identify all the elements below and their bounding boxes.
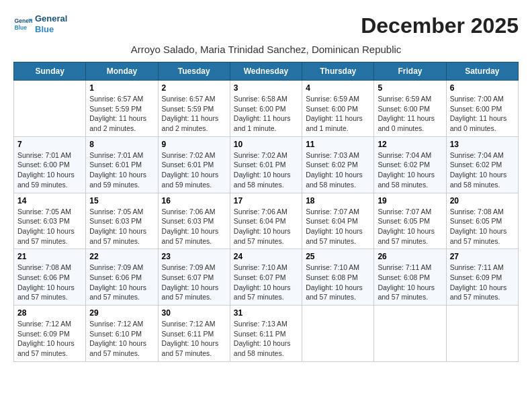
calendar-cell: 24Sunrise: 7:10 AM Sunset: 6:07 PM Dayli…	[230, 249, 302, 306]
day-number: 20	[450, 196, 515, 205]
calendar-cell: 22Sunrise: 7:09 AM Sunset: 6:06 PM Dayli…	[86, 249, 158, 306]
day-info: Sunrise: 6:58 AM Sunset: 6:00 PM Dayligh…	[234, 94, 298, 134]
svg-text:General: General	[15, 17, 32, 24]
calendar-cell: 10Sunrise: 7:02 AM Sunset: 6:01 PM Dayli…	[230, 136, 302, 193]
day-info: Sunrise: 7:02 AM Sunset: 6:01 PM Dayligh…	[234, 150, 298, 190]
svg-text:Blue: Blue	[15, 24, 28, 30]
day-info: Sunrise: 7:04 AM Sunset: 6:02 PM Dayligh…	[378, 150, 442, 190]
day-info: Sunrise: 7:06 AM Sunset: 6:04 PM Dayligh…	[234, 207, 298, 246]
calendar-cell: 19Sunrise: 7:07 AM Sunset: 6:05 PM Dayli…	[374, 193, 446, 249]
col-header-tuesday: Tuesday	[158, 62, 230, 81]
calendar-cell: 16Sunrise: 7:06 AM Sunset: 6:03 PM Dayli…	[158, 193, 230, 249]
calendar-cell: 15Sunrise: 7:05 AM Sunset: 6:03 PM Dayli…	[86, 193, 158, 249]
page-title: December 2025	[361, 13, 519, 38]
day-number: 23	[162, 252, 226, 261]
logo-blue: Blue	[35, 24, 67, 35]
day-info: Sunrise: 7:09 AM Sunset: 6:07 PM Dayligh…	[162, 263, 226, 302]
calendar-cell	[302, 306, 374, 362]
day-number: 31	[234, 308, 298, 318]
calendar-cell: 28Sunrise: 7:12 AM Sunset: 6:09 PM Dayli…	[14, 306, 86, 362]
calendar-cell: 31Sunrise: 7:13 AM Sunset: 6:11 PM Dayli…	[230, 306, 302, 362]
day-info: Sunrise: 7:11 AM Sunset: 6:08 PM Dayligh…	[378, 263, 442, 302]
day-info: Sunrise: 7:02 AM Sunset: 6:01 PM Dayligh…	[162, 150, 226, 190]
day-number: 30	[162, 308, 226, 318]
day-number: 3	[234, 83, 298, 93]
day-number: 10	[234, 140, 298, 149]
day-info: Sunrise: 7:11 AM Sunset: 6:09 PM Dayligh…	[450, 263, 515, 302]
calendar-week-4: 21Sunrise: 7:08 AM Sunset: 6:06 PM Dayli…	[14, 249, 519, 306]
day-number: 22	[89, 252, 154, 261]
day-info: Sunrise: 6:57 AM Sunset: 5:59 PM Dayligh…	[162, 94, 226, 134]
calendar-cell: 21Sunrise: 7:08 AM Sunset: 6:06 PM Dayli…	[14, 249, 86, 306]
calendar-cell: 6Sunrise: 7:00 AM Sunset: 6:00 PM Daylig…	[446, 81, 518, 137]
col-header-monday: Monday	[86, 62, 158, 81]
calendar-cell: 4Sunrise: 6:59 AM Sunset: 6:00 PM Daylig…	[302, 81, 374, 137]
calendar-cell: 11Sunrise: 7:03 AM Sunset: 6:02 PM Dayli…	[302, 136, 374, 193]
col-header-wednesday: Wednesday	[230, 62, 302, 81]
day-number: 2	[162, 83, 226, 93]
day-info: Sunrise: 7:07 AM Sunset: 6:05 PM Dayligh…	[378, 207, 442, 246]
day-number: 16	[162, 196, 226, 205]
day-number: 26	[378, 252, 442, 261]
calendar-cell: 13Sunrise: 7:04 AM Sunset: 6:02 PM Dayli…	[446, 136, 518, 193]
day-info: Sunrise: 7:05 AM Sunset: 6:03 PM Dayligh…	[17, 207, 82, 246]
day-number: 8	[89, 140, 154, 149]
calendar-week-1: 1Sunrise: 6:57 AM Sunset: 5:59 PM Daylig…	[14, 81, 519, 137]
calendar-cell: 14Sunrise: 7:05 AM Sunset: 6:03 PM Dayli…	[14, 193, 86, 249]
calendar-cell: 23Sunrise: 7:09 AM Sunset: 6:07 PM Dayli…	[158, 249, 230, 306]
calendar-cell: 25Sunrise: 7:10 AM Sunset: 6:08 PM Dayli…	[302, 249, 374, 306]
day-info: Sunrise: 7:08 AM Sunset: 6:05 PM Dayligh…	[450, 207, 515, 246]
day-info: Sunrise: 7:10 AM Sunset: 6:07 PM Dayligh…	[234, 263, 298, 302]
calendar-cell	[14, 81, 86, 137]
day-number: 12	[378, 140, 442, 149]
day-number: 21	[17, 252, 82, 261]
day-info: Sunrise: 7:12 AM Sunset: 6:11 PM Dayligh…	[162, 319, 226, 359]
day-info: Sunrise: 7:06 AM Sunset: 6:03 PM Dayligh…	[162, 207, 226, 246]
day-number: 7	[17, 140, 82, 149]
day-number: 29	[89, 308, 154, 318]
col-header-sunday: Sunday	[14, 62, 86, 81]
day-info: Sunrise: 7:00 AM Sunset: 6:00 PM Dayligh…	[450, 94, 515, 134]
day-info: Sunrise: 7:05 AM Sunset: 6:03 PM Dayligh…	[89, 207, 154, 246]
calendar-table: SundayMondayTuesdayWednesdayThursdayFrid…	[13, 62, 519, 362]
col-header-friday: Friday	[374, 62, 446, 81]
day-number: 19	[378, 196, 442, 205]
logo-text: General Blue	[35, 13, 67, 34]
day-info: Sunrise: 7:10 AM Sunset: 6:08 PM Dayligh…	[306, 263, 370, 302]
day-info: Sunrise: 7:08 AM Sunset: 6:06 PM Dayligh…	[17, 263, 82, 302]
calendar-cell: 7Sunrise: 7:01 AM Sunset: 6:00 PM Daylig…	[14, 136, 86, 193]
day-info: Sunrise: 6:59 AM Sunset: 6:00 PM Dayligh…	[378, 94, 442, 134]
calendar-cell: 5Sunrise: 6:59 AM Sunset: 6:00 PM Daylig…	[374, 81, 446, 137]
day-info: Sunrise: 6:57 AM Sunset: 5:59 PM Dayligh…	[89, 94, 154, 134]
calendar-cell: 17Sunrise: 7:06 AM Sunset: 6:04 PM Dayli…	[230, 193, 302, 249]
day-number: 9	[162, 140, 226, 149]
header: General Blue General Blue December 2025	[13, 13, 519, 38]
day-number: 25	[306, 252, 370, 261]
calendar-cell: 3Sunrise: 6:58 AM Sunset: 6:00 PM Daylig…	[230, 81, 302, 137]
logo: General Blue General Blue	[13, 13, 67, 34]
day-number: 14	[17, 196, 82, 205]
day-number: 11	[306, 140, 370, 149]
day-number: 28	[17, 308, 82, 318]
day-number: 5	[378, 83, 442, 93]
day-number: 4	[306, 83, 370, 93]
calendar-cell: 8Sunrise: 7:01 AM Sunset: 6:01 PM Daylig…	[86, 136, 158, 193]
day-number: 1	[89, 83, 154, 93]
day-info: Sunrise: 7:01 AM Sunset: 6:00 PM Dayligh…	[17, 150, 82, 190]
calendar-cell	[446, 306, 518, 362]
day-info: Sunrise: 7:01 AM Sunset: 6:01 PM Dayligh…	[89, 150, 154, 190]
day-info: Sunrise: 7:09 AM Sunset: 6:06 PM Dayligh…	[89, 263, 154, 302]
day-info: Sunrise: 6:59 AM Sunset: 6:00 PM Dayligh…	[306, 94, 370, 134]
day-info: Sunrise: 7:07 AM Sunset: 6:04 PM Dayligh…	[306, 207, 370, 246]
calendar-week-3: 14Sunrise: 7:05 AM Sunset: 6:03 PM Dayli…	[14, 193, 519, 249]
calendar-cell: 1Sunrise: 6:57 AM Sunset: 5:59 PM Daylig…	[86, 81, 158, 137]
calendar-cell: 26Sunrise: 7:11 AM Sunset: 6:08 PM Dayli…	[374, 249, 446, 306]
day-number: 15	[89, 196, 154, 205]
calendar-cell: 2Sunrise: 6:57 AM Sunset: 5:59 PM Daylig…	[158, 81, 230, 137]
day-info: Sunrise: 7:13 AM Sunset: 6:11 PM Dayligh…	[234, 319, 298, 359]
logo-icon: General Blue	[13, 15, 32, 34]
logo-general: General	[35, 13, 67, 24]
calendar-cell: 27Sunrise: 7:11 AM Sunset: 6:09 PM Dayli…	[446, 249, 518, 306]
calendar-cell: 9Sunrise: 7:02 AM Sunset: 6:01 PM Daylig…	[158, 136, 230, 193]
calendar-cell: 29Sunrise: 7:12 AM Sunset: 6:10 PM Dayli…	[86, 306, 158, 362]
